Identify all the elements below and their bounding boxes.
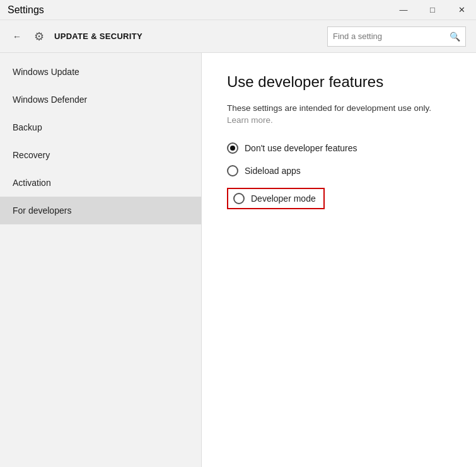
content-description: These settings are intended for developm… — [227, 103, 451, 113]
sidebar-item-recovery[interactable]: Recovery — [0, 141, 201, 169]
content-area: Use developer features These settings ar… — [202, 53, 476, 467]
sidebar-item-windows-update[interactable]: Windows Update — [0, 58, 201, 86]
sidebar-item-backup[interactable]: Backup — [0, 113, 201, 141]
title-bar: Settings — □ ✕ — [0, 0, 476, 20]
radio-sideload-apps[interactable]: Sideload apps — [227, 165, 451, 176]
header: ← ⚙ UPDATE & SECURITY 🔍 — [0, 20, 476, 53]
radio-no-dev-features[interactable]: Don't use developer features — [227, 142, 451, 154]
search-input[interactable] — [333, 32, 450, 41]
sidebar: Windows Update Windows Defender Backup R… — [0, 53, 202, 467]
radio-circle-dev-mode — [233, 193, 245, 204]
sidebar-item-for-developers[interactable]: For developers — [0, 197, 201, 224]
learn-more-link[interactable]: Learn more. — [227, 115, 451, 125]
gear-icon: ⚙ — [32, 29, 47, 44]
radio-circle-no-dev — [227, 142, 238, 154]
content-title: Use developer features — [227, 73, 451, 91]
radio-label-dev-mode: Developer mode — [251, 193, 316, 204]
close-button[interactable]: ✕ — [447, 0, 476, 20]
radio-label-no-dev: Don't use developer features — [245, 143, 357, 153]
sidebar-item-windows-defender[interactable]: Windows Defender — [0, 86, 201, 113]
back-button[interactable]: ← — [10, 29, 24, 44]
page-title: UPDATE & SECURITY — [54, 32, 142, 41]
main-layout: Windows Update Windows Defender Backup R… — [0, 53, 476, 467]
title-bar-controls: — □ ✕ — [389, 0, 476, 20]
search-box[interactable]: 🔍 — [327, 26, 466, 47]
radio-label-sideload: Sideload apps — [245, 166, 301, 176]
header-left: ← ⚙ UPDATE & SECURITY — [10, 29, 142, 44]
radio-circle-sideload — [227, 165, 238, 176]
sidebar-item-activation[interactable]: Activation — [0, 169, 201, 197]
radio-developer-mode[interactable]: Developer mode — [227, 188, 325, 209]
minimize-button[interactable]: — — [389, 0, 418, 20]
title-bar-left: Settings — [8, 4, 44, 16]
title-bar-title: Settings — [8, 4, 44, 16]
maximize-button[interactable]: □ — [418, 0, 447, 20]
search-icon: 🔍 — [450, 32, 460, 42]
